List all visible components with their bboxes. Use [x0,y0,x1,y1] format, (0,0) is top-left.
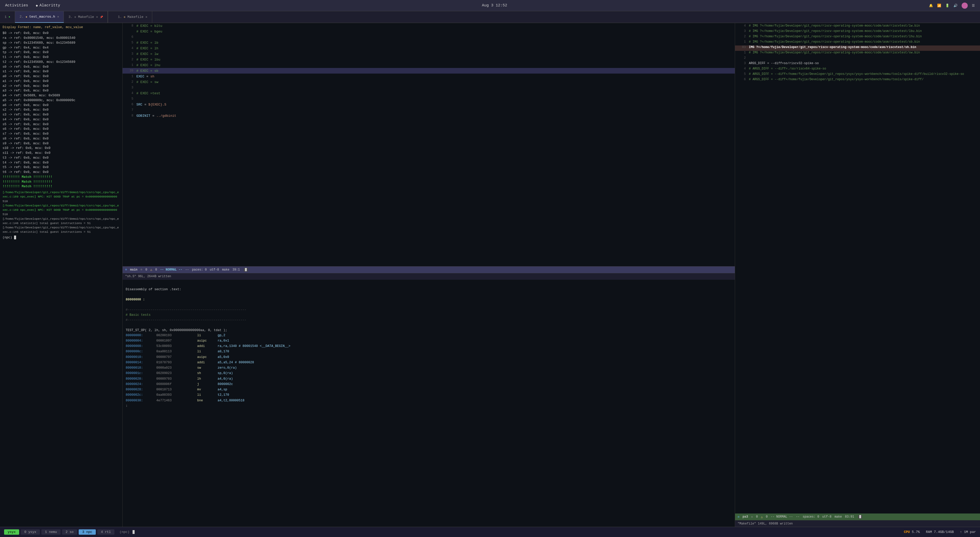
tab-bar: 1 ● 2. ◆ test_macros.h ✕ 3. ⚙ Makefile ✕… [0,11,980,23]
right-editor-line: 2 [735,56,980,62]
shell-tab-1[interactable]: 0 ysyx [21,529,40,535]
disasm-line [126,323,732,328]
disasm-line: : [126,403,732,408]
cpu-status: CPU 5.7% [904,530,920,534]
register-item: a4 -> ref: 0x5689, mcu: 0x5689 [3,93,120,98]
tab-right-1-icon: ⚙ [124,16,126,19]
tab-right-1-close[interactable]: ✕ [145,15,147,19]
editor-line: 3# EXEC = lw [123,51,735,57]
register-item: s1 -> ref: 0x0, mcu: 0x0 [3,69,120,74]
register-item: t4 -> ref: 0x0, mcu: 0x0 [3,161,120,165]
register-item: !!!!!!!!! Match !!!!!!!!!! [3,180,120,185]
tab-test-macros[interactable]: 2. ◆ test_macros.h ✕ [15,11,64,23]
center-editor[interactable]: 8# EXEC = bltu# EXEC = bgeu65# EXEC = lb… [123,23,735,266]
right-filetype: make [834,515,842,519]
right-git-icon: ⊙ [751,515,753,519]
battery-icon: 🔋 [945,3,949,8]
tab-right-1[interactable]: 1. ⚙ Makefile ✕ [113,11,152,23]
system-status: CPU 5.7% RAM 7.4GB/14GB ↑ 1M par [904,530,976,534]
left-panel[interactable]: Display Format: name, ref_value, mcu_val… [0,23,123,527]
right-editor-line: 3# IMG ?=/home/fujie/Developer/git_repos… [735,29,980,35]
shell-prompt-line: (npc) [3,235,120,240]
disasm-instruction: 8000001c:00209023shsp,0(ra) [126,371,732,376]
register-item: a0 -> ref: 0x0, mcu: 0x0 [3,74,120,79]
tab-1-icon: ● [9,16,10,18]
tab-1[interactable]: 1 ● [0,11,15,23]
ram-value: 7.4GB/14GB [934,530,954,534]
register-item: t2 -> ref: 0x12345689, mcu: 0x12345689 [3,60,120,65]
center-status-bar: ⊙ main ⊙ 0 △ 0 -- NORMAL -- -- paces: 0 … [123,266,735,273]
right-info-bar: "Makefile" 149L, 6968B written [735,520,980,527]
tab-makefile-center[interactable]: 3. ⚙ Makefile ✕ 📌 [64,11,108,23]
center-position: 39:1 [232,268,240,272]
center-dash: -- [185,268,189,272]
center-progress: █ [244,268,248,272]
disasm-instruction: 80000014:01878793addia5,a5,24 # 80000028 [126,360,732,365]
right-editor-line: 3ARGS_DIFF = --diff=so/riscv32-spike-so [735,62,980,67]
cpu-value: 5.7% [912,530,920,534]
register-item: s4 -> ref: 0x0, mcu: 0x0 [3,117,120,122]
center-vim-icon: ⊙ [125,268,127,272]
log-line: [/home/fujie/Developer/git_repos/diff/de… [3,217,120,226]
register-item: t1 -> ref: 0x0, mcu: 0x0 [3,55,120,60]
center-paces: paces: 0 [192,268,207,272]
bell-icon: 🔔 [929,3,933,8]
disasm-instruction: 80000008:53c08093addira,ra,1340 # 800015… [126,344,732,349]
right-dash: -- [796,515,799,519]
register-item: a2 -> ref: 0x0, mcu: 0x0 [3,84,120,89]
shell-tab-0[interactable]: ysyx [4,529,19,535]
shell-tab-4[interactable]: 3 npc [79,529,96,535]
disk-value: 1M par [964,530,976,534]
register-item: s6 -> ref: 0x0, mcu: 0x0 [3,127,120,132]
disasm-instruction: 80000030:4e771463bnea4,t2,80000518 [126,398,732,403]
disasm-instruction: 80000010:00000797auipca5,0x0 [126,355,732,360]
shell-tab-3[interactable]: 2 so [62,529,77,535]
disasm-instruction: 8000002c:0aa00393lit2,170 [126,392,732,398]
editor-line: 2# EXEC = lbu [123,57,735,62]
disasm-section[interactable]: Disassembly of section .text:80000000 :#… [123,280,735,527]
shell-tab-5[interactable]: 4 rtl [97,529,115,535]
disasm-instruction: 80000000:00200193ligp,2 [126,333,732,338]
tab-3-label: Makefile [78,15,94,19]
right-filename-status: pa3 [743,515,748,519]
right-progress: █ [858,515,862,519]
center-git-icon: ⊙ [140,268,142,272]
log-line: [/home/fujie/Developer/git_repos/diff/de… [3,190,120,199]
center-mode: -- NORMAL -- [160,268,182,272]
right-editor-line: 4# IMG ?=/home/fujie/Developer/git_repos… [735,24,980,29]
register-item: !!!!!!!!! Match !!!!!!!!!! [3,184,120,189]
tab-3-close[interactable]: ✕ [96,15,98,19]
editor-line: 5 [123,96,735,102]
tab-2-close[interactable]: ✕ [57,15,59,19]
register-item: s8 -> ref: 0x0, mcu: 0x0 [3,136,120,141]
activities-button[interactable]: Activities [5,3,28,8]
ram-label: RAM [926,530,932,534]
log-line: [/home/fujie/Developer/git_repos/diff/de… [3,203,120,212]
shell-tab-2[interactable]: 1 nemu [41,529,60,535]
center-info-bar: "sh.S" 96L, 2644B written [123,273,735,280]
tab-2-label: test_macros.h [29,15,55,19]
disasm-line [126,282,732,287]
register-item: s5 -> ref: 0x0, mcu: 0x0 [3,122,120,127]
register-item: s3 -> ref: 0x0, mcu: 0x0 [3,112,120,117]
register-item: t3 -> ref: 0x0, mcu: 0x0 [3,156,120,161]
menu-icon: ☰ [972,3,975,8]
display-format-header: Display Format: name, ref_value, mcu_val… [3,25,120,30]
disasm-line [126,292,732,297]
disasm-instruction: 80000004:00001097auipcra,0x1 [126,338,732,344]
right-editor[interactable]: 4# IMG ?=/home/fujie/Developer/git_repos… [735,23,980,513]
cursor [14,236,16,239]
register-item: s11 -> ref: 0x0, mcu: 0x0 [3,151,120,156]
right-zero: 0 [756,515,758,519]
bottom-prompt: (npc) [119,530,129,534]
right-editor-line: 5# ARGS_DIFF = --diff=/home/fujie/Develo… [735,72,980,78]
right-panel: 4# IMG ?=/home/fujie/Developer/git_repos… [735,23,980,527]
right-vim-icon: ⊙ [738,515,740,519]
register-item: a3 -> ref: 0x0, mcu: 0x0 [3,88,120,93]
tab-divider [108,11,108,23]
tab-3-pin[interactable]: 📌 [100,16,103,19]
editor-line: 1# EXEC = lhu [123,62,735,68]
main-layout: Display Format: name, ref_value, mcu_val… [0,23,980,527]
register-item: tp -> ref: 0x0, mcu: 0x0 [3,50,120,55]
register-item: !!!!!!!!! Match !!!!!!!!!! [3,175,120,180]
